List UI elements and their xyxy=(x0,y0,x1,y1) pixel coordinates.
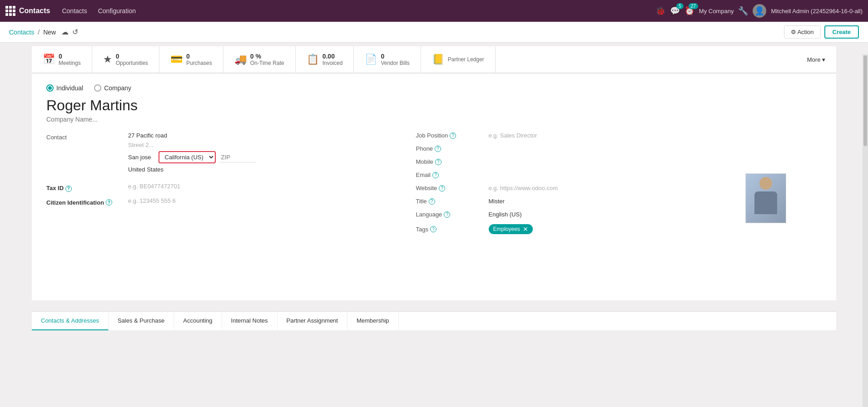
ontime-count: 0 % xyxy=(250,53,284,60)
job-position-input[interactable] xyxy=(489,132,768,139)
language-label: Language ? xyxy=(416,211,489,218)
email-help-icon[interactable]: ? xyxy=(432,172,439,178)
website-input[interactable] xyxy=(489,185,768,191)
invoiced-label: Invoiced xyxy=(322,60,343,66)
tag-employees: Employees ✕ xyxy=(489,224,533,234)
smart-btn-invoiced[interactable]: 📋 0.00 Invoiced xyxy=(296,46,354,73)
create-button[interactable]: Create xyxy=(824,25,859,39)
action-button[interactable]: ⚙ Action xyxy=(784,25,821,39)
phone-help-icon[interactable]: ? xyxy=(435,146,441,152)
invoiced-icon: 📋 xyxy=(307,54,319,65)
form-container: Individual Company Contact 27 Pacific ro… xyxy=(32,74,836,300)
website-help-icon[interactable]: ? xyxy=(439,185,445,191)
website-label: Website ? xyxy=(416,185,489,191)
language-help-icon[interactable]: ? xyxy=(444,211,450,218)
smart-btn-meetings[interactable]: 📅 0 Meetings xyxy=(32,46,92,73)
breadcrumb-icons: ☁ ↺ xyxy=(61,28,78,36)
citizen-id-help-icon[interactable]: ? xyxy=(106,199,112,206)
mobile-input[interactable] xyxy=(489,158,768,165)
tag-employees-remove[interactable]: ✕ xyxy=(523,226,528,233)
mobile-label: Mobile ? xyxy=(416,158,489,165)
title-label: Title ? xyxy=(416,198,489,205)
smart-btn-opportunities[interactable]: ★ 0 Opportunities xyxy=(92,46,159,73)
job-position-label: Job Position ? xyxy=(416,132,489,139)
tab-internal-notes[interactable]: Internal Notes xyxy=(222,312,278,330)
more-button[interactable]: More ▾ xyxy=(796,46,836,73)
tax-id-help-icon[interactable]: ? xyxy=(65,186,72,192)
phone-label: Phone ? xyxy=(416,145,489,152)
smart-btn-vendor-bills[interactable]: 📄 0 Vendor Bills xyxy=(354,46,421,73)
purchases-label: Purchases xyxy=(186,60,212,66)
tags-value: Employees ✕ xyxy=(489,224,768,234)
cloud-upload-icon[interactable]: ☁ xyxy=(61,28,69,36)
support-icon-wrap[interactable]: 💬 5 xyxy=(670,6,680,16)
tags-help-icon[interactable]: ? xyxy=(430,226,436,232)
country-value: United States xyxy=(128,166,398,173)
phone-value xyxy=(489,145,768,152)
more-label: More ▾ xyxy=(807,56,825,63)
title-row: Title ? Mister xyxy=(416,198,768,205)
user-avatar[interactable]: 👤 xyxy=(753,4,766,18)
partner-ledger-label: Partner Ledger xyxy=(448,56,484,63)
phone-input[interactable] xyxy=(489,145,768,152)
settings-icon[interactable]: 🔧 xyxy=(738,6,748,16)
company-name[interactable]: My Company xyxy=(699,8,734,15)
address-street2-input[interactable] xyxy=(128,142,398,148)
purchases-count: 0 xyxy=(186,53,212,60)
website-row: Website ? xyxy=(416,185,768,191)
job-position-value xyxy=(489,132,768,139)
email-input[interactable] xyxy=(489,172,768,178)
section-divider-1 xyxy=(0,43,868,46)
title-help-icon[interactable]: ? xyxy=(429,198,435,205)
scroll-thumb xyxy=(863,55,867,146)
tab-contacts-addresses[interactable]: Contacts & Addresses xyxy=(32,312,109,330)
tax-id-label: Tax ID ? xyxy=(46,183,128,192)
job-position-row: Job Position ? xyxy=(416,132,768,139)
menu-contacts[interactable]: Contacts xyxy=(57,5,91,16)
tab-sales-purchase[interactable]: Sales & Purchase xyxy=(109,312,174,330)
company-name-input[interactable] xyxy=(46,116,511,123)
tab-membership[interactable]: Membership xyxy=(347,312,399,330)
top-navigation: Contacts Contacts Configuration 🐞 💬 5 ⏰ … xyxy=(0,0,868,22)
menu-configuration[interactable]: Configuration xyxy=(94,5,140,16)
tax-id-row: Tax ID ? xyxy=(46,183,398,192)
form-right: Job Position ? Phone ? Mobile xyxy=(416,132,822,240)
tab-partner-assignment[interactable]: Partner Assignment xyxy=(278,312,347,330)
main-menu: Contacts Configuration xyxy=(57,5,140,16)
user-name[interactable]: Mitchell Admin (22452964-16-0-all) xyxy=(771,8,863,15)
vendor-bills-icon: 📄 xyxy=(365,54,377,65)
smart-btn-ontime[interactable]: 🚚 0 % On-Time Rate xyxy=(223,46,296,73)
breadcrumb-current: New xyxy=(43,29,56,36)
contact-name-input[interactable] xyxy=(46,97,511,114)
phone-row: Phone ? xyxy=(416,145,768,152)
citizen-id-input[interactable] xyxy=(128,197,398,204)
scrollbar[interactable] xyxy=(863,54,868,330)
state-select[interactable]: California (US) xyxy=(159,151,216,163)
address-city-row: San jose California (US) xyxy=(128,151,398,163)
email-label: Email ? xyxy=(416,172,489,178)
clock-badge: 27 xyxy=(689,3,698,9)
tab-accounting[interactable]: Accounting xyxy=(174,312,222,330)
opportunities-label: Opportunities xyxy=(116,60,148,66)
refresh-icon[interactable]: ↺ xyxy=(72,28,78,36)
meetings-count: 0 xyxy=(59,53,81,60)
email-row: Email ? xyxy=(416,172,768,178)
radio-individual[interactable]: Individual xyxy=(46,84,83,92)
bug-icon: 🐞 xyxy=(655,6,665,16)
clock-icon-wrap[interactable]: ⏰ 27 xyxy=(684,6,694,16)
job-position-help-icon[interactable]: ? xyxy=(450,132,456,139)
breadcrumb-actions: ⚙ Action Create xyxy=(784,25,859,39)
smart-btn-purchases[interactable]: 💳 0 Purchases xyxy=(159,46,223,73)
breadcrumb-parent[interactable]: Contacts xyxy=(9,29,34,36)
tax-id-input[interactable] xyxy=(128,183,398,190)
smart-btn-partner-ledger[interactable]: 📒 Partner Ledger xyxy=(421,46,496,73)
tax-id-value xyxy=(128,183,398,190)
zip-input[interactable] xyxy=(219,152,256,162)
breadcrumb-separator: / xyxy=(38,29,40,36)
apps-menu[interactable]: Contacts xyxy=(5,6,50,16)
radio-company[interactable]: Company xyxy=(94,84,131,92)
opportunities-icon: ★ xyxy=(103,54,112,65)
bug-icon-wrap[interactable]: 🐞 xyxy=(655,6,665,16)
mobile-help-icon[interactable]: ? xyxy=(435,159,441,165)
breadcrumb-bar: Contacts / New ☁ ↺ ⚙ Action Create xyxy=(0,22,868,43)
